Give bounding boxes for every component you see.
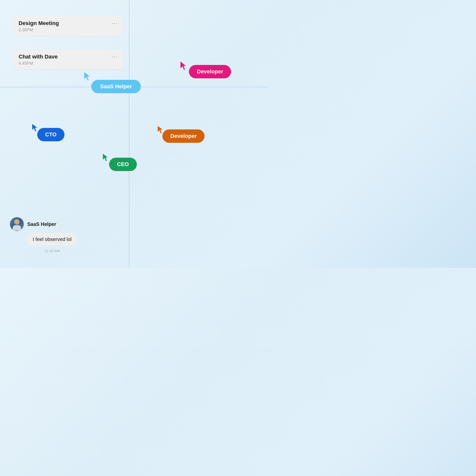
developer-pink-pill[interactable]: Developer [189, 65, 231, 78]
chat-message-text: I feel observed lol [33, 237, 72, 242]
chat-section: SaaS Helper I feel observed lol 11:32 AM [10, 217, 77, 253]
chat-sender-name: SaaS Helper [27, 221, 56, 227]
developer-orange-label: Developer [170, 133, 197, 139]
chat-dave-title: Chat with Dave [19, 54, 58, 60]
ceo-label: CEO [117, 161, 129, 167]
chat-with-dave-card[interactable]: Chat with Dave ··· 4.45PM [14, 50, 123, 69]
svg-marker-4 [103, 154, 108, 161]
chat-dave-time: 4.45PM [19, 61, 118, 66]
svg-marker-0 [84, 72, 90, 81]
svg-marker-1 [180, 61, 186, 70]
chat-header: SaaS Helper [10, 217, 77, 231]
cursor-ceo-icon [103, 154, 109, 162]
cursor-blue-left-icon [84, 72, 92, 81]
vertical-divider [129, 0, 129, 268]
developer-pink-label: Developer [197, 68, 223, 75]
ceo-pill[interactable]: CEO [109, 158, 137, 171]
chat-timestamp: 11:32 AM [27, 249, 77, 253]
design-meeting-menu[interactable]: ··· [112, 20, 118, 27]
chat-bubble: I feel observed lol [27, 233, 77, 246]
chat-dave-menu[interactable]: ··· [112, 54, 118, 60]
cursor-cto-icon [32, 124, 39, 132]
avatar [10, 217, 24, 231]
cto-pill[interactable]: CTO [37, 128, 64, 141]
saas-helper-label: SaaS Helper [100, 83, 132, 89]
saas-helper-pill[interactable]: SaaS Helper [91, 80, 141, 93]
svg-marker-3 [158, 126, 163, 133]
design-meeting-title: Design Meeting [19, 20, 59, 27]
cursor-pink-icon [180, 61, 188, 70]
developer-orange-pill[interactable]: Developer [162, 129, 205, 143]
cto-label: CTO [45, 131, 57, 138]
svg-marker-2 [32, 124, 37, 131]
design-meeting-time: 2.30PM [19, 28, 118, 32]
design-meeting-card[interactable]: Design Meeting ··· 2.30PM [14, 16, 123, 36]
